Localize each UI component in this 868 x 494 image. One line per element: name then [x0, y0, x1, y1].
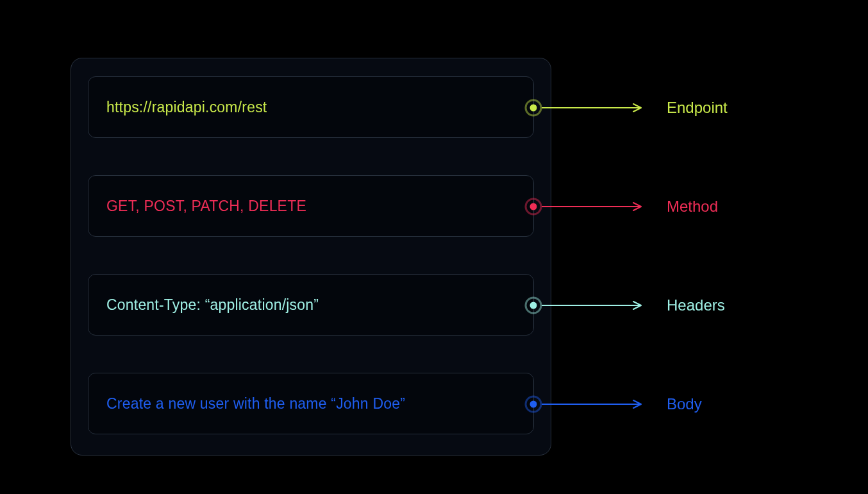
body-text: Create a new user with the name “John Do…: [106, 395, 405, 413]
label-endpoint: Endpoint: [667, 99, 728, 117]
label-method: Method: [667, 198, 718, 216]
endpoint-text: https://rapidapi.com/rest: [106, 99, 267, 116]
row-body: Create a new user with the name “John Do…: [88, 373, 534, 434]
row-method: GET, POST, PATCH, DELETE: [88, 175, 534, 237]
diagram-stage: https://rapidapi.com/rest GET, POST, PAT…: [0, 0, 868, 494]
request-panel: https://rapidapi.com/rest GET, POST, PAT…: [71, 58, 551, 456]
label-body: Body: [667, 395, 702, 413]
row-endpoint: https://rapidapi.com/rest: [88, 76, 534, 138]
row-headers: Content-Type: “application/json”: [88, 274, 534, 336]
headers-text: Content-Type: “application/json”: [106, 296, 319, 314]
label-headers: Headers: [667, 296, 725, 314]
method-text: GET, POST, PATCH, DELETE: [106, 198, 306, 215]
